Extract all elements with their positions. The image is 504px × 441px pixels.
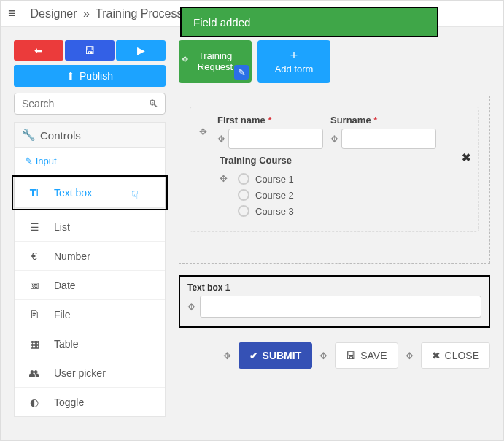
submit-button[interactable]: ✔ SUBMIT bbox=[239, 342, 313, 369]
move-icon[interactable]: ✥ bbox=[217, 134, 225, 145]
form-tab-training-request[interactable]: ✥ Training Request ✎ bbox=[179, 40, 252, 83]
euro-icon: € bbox=[28, 250, 41, 262]
save-form-button[interactable]: 🖫 SAVE bbox=[335, 342, 398, 369]
users-icon: 👥︎ bbox=[28, 367, 41, 379]
menu-icon[interactable]: ≡ bbox=[8, 6, 16, 21]
move-icon[interactable]: ✥ bbox=[319, 350, 327, 361]
list-icon: ☰ bbox=[28, 221, 41, 233]
preview-button[interactable]: ▶ bbox=[116, 40, 166, 61]
move-icon[interactable]: ✥ bbox=[199, 126, 207, 137]
training-course-label: Training Course bbox=[220, 155, 470, 166]
textbox-label: Text box 1 bbox=[187, 283, 481, 293]
wrench-icon: 🔧 bbox=[22, 129, 36, 142]
upload-icon: ⬆ bbox=[66, 70, 75, 82]
surname-input[interactable] bbox=[341, 129, 436, 149]
search-input[interactable] bbox=[14, 93, 166, 115]
toggle-icon: ◐ bbox=[28, 396, 41, 408]
cursor-icon: ☟ bbox=[131, 188, 139, 202]
control-list[interactable]: ☰ List bbox=[15, 212, 165, 241]
form-canvas: Field added ✥ Training Request ✎ + Add f… bbox=[179, 40, 490, 417]
control-table[interactable]: ▦ Table bbox=[15, 329, 165, 358]
course-option[interactable]: Course 1 bbox=[238, 173, 294, 185]
move-icon[interactable]: ✥ bbox=[223, 350, 231, 361]
textbox-field-block: Text box 1 ✥ bbox=[179, 275, 490, 328]
move-icon[interactable]: ✥ bbox=[187, 302, 195, 312]
move-icon[interactable]: ✥ bbox=[220, 173, 228, 184]
plus-icon: + bbox=[290, 49, 298, 62]
breadcrumb-root[interactable]: Designer bbox=[31, 7, 77, 20]
save-button[interactable]: 🖫 bbox=[65, 40, 115, 61]
controls-header: 🔧 Controls bbox=[14, 122, 166, 147]
sidebar: ⬅ 🖫 ▶ ⬆ Publish 🔍︎ 🔧 Controls Input TI T… bbox=[14, 40, 166, 417]
course-option[interactable]: Course 3 bbox=[238, 205, 294, 217]
text-icon: TI bbox=[28, 187, 41, 199]
move-icon[interactable]: ✥ bbox=[330, 134, 338, 145]
delete-field-button[interactable]: ✖ bbox=[462, 151, 471, 164]
file-icon: 🖹 bbox=[28, 309, 41, 321]
publish-button[interactable]: ⬆ Publish bbox=[14, 65, 166, 87]
textbox-input[interactable] bbox=[200, 296, 481, 318]
control-toggle[interactable]: ◐ Toggle bbox=[15, 387, 165, 416]
control-date[interactable]: 📅︎ Date bbox=[15, 270, 165, 299]
control-text-box[interactable]: TI Text box ☟ bbox=[15, 178, 165, 207]
move-icon[interactable]: ✥ bbox=[182, 55, 188, 64]
course-option[interactable]: Course 2 bbox=[238, 189, 294, 201]
first-name-input[interactable] bbox=[228, 129, 323, 149]
publish-label: Publish bbox=[80, 70, 113, 82]
form-drop-area[interactable]: ✖ ✥ First name * ✥ Surname * bbox=[179, 96, 490, 264]
breadcrumb: Designer » Training Process bbox=[31, 7, 183, 20]
move-icon[interactable]: ✥ bbox=[406, 350, 414, 361]
toast-notification: Field added bbox=[180, 7, 438, 37]
add-form-button[interactable]: + Add form bbox=[257, 40, 330, 83]
field-group: ✖ ✥ First name * ✥ Surname * bbox=[190, 107, 479, 232]
input-category[interactable]: Input bbox=[15, 148, 165, 174]
breadcrumb-page: Training Process bbox=[96, 7, 182, 20]
calendar-icon: 📅︎ bbox=[28, 280, 41, 291]
edit-form-button[interactable]: ✎ bbox=[234, 65, 249, 80]
back-button[interactable]: ⬅ bbox=[14, 40, 63, 61]
control-number[interactable]: € Number bbox=[15, 241, 165, 270]
control-user-picker[interactable]: 👥︎ User picker bbox=[15, 358, 165, 387]
close-button[interactable]: ✖ CLOSE bbox=[421, 342, 490, 369]
search-icon[interactable]: 🔍︎ bbox=[148, 98, 158, 110]
first-name-label: First name * bbox=[217, 115, 323, 126]
control-file[interactable]: 🖹 File bbox=[15, 299, 165, 329]
table-icon: ▦ bbox=[28, 338, 41, 350]
surname-label: Surname * bbox=[330, 115, 436, 126]
